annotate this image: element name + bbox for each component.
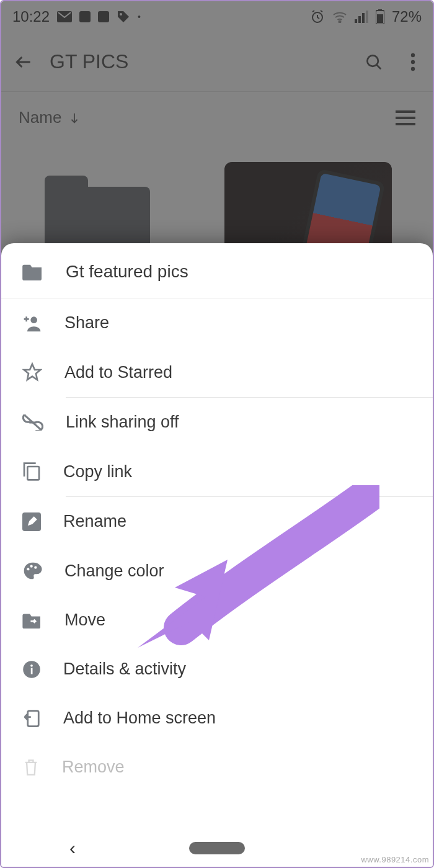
menu-add-starred[interactable]: Add to Starred bbox=[1, 347, 433, 397]
copy-icon bbox=[22, 462, 41, 481]
menu-label: Add to Home screen bbox=[63, 709, 216, 728]
menu-label: Move bbox=[64, 611, 105, 630]
menu-details-activity[interactable]: Details & activity bbox=[1, 645, 433, 694]
menu-label: Share bbox=[64, 313, 109, 333]
menu-share[interactable]: Share bbox=[1, 298, 433, 347]
svg-point-25 bbox=[34, 566, 37, 569]
sheet-title: Gt featured pics bbox=[66, 262, 188, 282]
sheet-header: Gt featured pics bbox=[1, 243, 433, 298]
menu-rename[interactable]: Rename bbox=[1, 497, 433, 546]
nav-home-pill[interactable] bbox=[189, 842, 245, 854]
menu-move[interactable]: Move bbox=[1, 596, 433, 645]
info-icon bbox=[22, 660, 41, 679]
menu-remove[interactable]: Remove bbox=[1, 743, 433, 792]
menu-label: Link sharing off bbox=[66, 413, 179, 432]
add-to-home-icon bbox=[22, 709, 41, 728]
svg-rect-21 bbox=[27, 467, 39, 480]
link-off-icon bbox=[22, 414, 43, 431]
sheet-menu: Share Add to Starred Link sharing off Co… bbox=[1, 298, 433, 867]
menu-link-sharing-off[interactable]: Link sharing off bbox=[1, 398, 433, 447]
palette-icon bbox=[22, 561, 42, 581]
svg-point-20 bbox=[30, 316, 37, 323]
menu-label: Remove bbox=[62, 758, 125, 777]
nav-back-icon[interactable]: ‹ bbox=[69, 838, 76, 859]
svg-rect-29 bbox=[28, 710, 39, 726]
star-outline-icon bbox=[22, 362, 42, 382]
bottom-sheet: Gt featured pics Share Add to Starred Li… bbox=[1, 243, 433, 867]
menu-label: Change color bbox=[64, 562, 164, 581]
svg-point-28 bbox=[30, 664, 33, 666]
svg-rect-27 bbox=[31, 668, 33, 674]
rename-icon bbox=[22, 512, 41, 531]
folder-move-icon bbox=[22, 612, 42, 629]
menu-label: Rename bbox=[63, 512, 126, 531]
menu-add-home-screen[interactable]: Add to Home screen bbox=[1, 694, 433, 743]
person-add-icon bbox=[22, 315, 42, 332]
svg-point-24 bbox=[30, 565, 33, 568]
trash-icon bbox=[22, 758, 40, 777]
menu-label: Add to Starred bbox=[64, 363, 172, 382]
svg-point-23 bbox=[27, 568, 29, 570]
menu-change-color[interactable]: Change color bbox=[1, 546, 433, 596]
menu-label: Copy link bbox=[63, 462, 132, 481]
menu-copy-link[interactable]: Copy link bbox=[1, 447, 433, 496]
folder-icon bbox=[22, 263, 43, 280]
menu-label: Details & activity bbox=[63, 660, 186, 679]
watermark: www.989214.com bbox=[361, 855, 429, 864]
